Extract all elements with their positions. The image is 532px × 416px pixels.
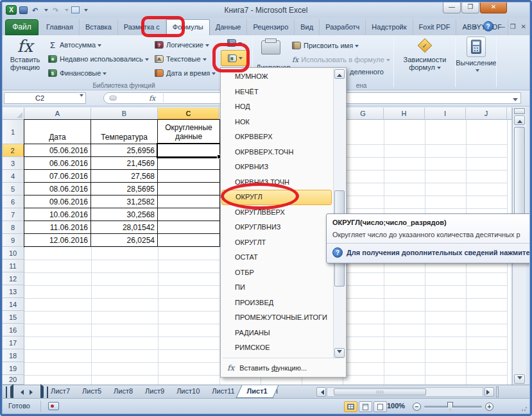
next-sheet-button[interactable] xyxy=(28,387,37,397)
name-manager-icon[interactable] xyxy=(261,40,280,54)
zoom-out-button[interactable]: − xyxy=(413,403,421,411)
workbook-minimize-icon[interactable]: — xyxy=(499,23,505,30)
table-cell-r8c0[interactable]: 11.06.2016 xyxy=(24,221,91,234)
sheet-tab-6[interactable]: Лист1 xyxy=(239,385,276,398)
name-box[interactable]: C2 xyxy=(4,92,86,104)
ribbon-tab-6[interactable]: Вид xyxy=(295,19,320,35)
function-item-10[interactable]: ОКРУГЛВНИЗ xyxy=(221,220,332,235)
row-header-20[interactable]: 20 xyxy=(2,375,24,385)
table-cell-r7c1[interactable]: 30,2568 xyxy=(91,208,158,221)
ribbon-button-rcol2-0[interactable]: ?Логические xyxy=(155,38,216,52)
table-cell-r8c1[interactable]: 28,01542 xyxy=(91,221,158,234)
excel-logo-icon[interactable]: X xyxy=(6,5,17,15)
file-tab[interactable]: Файл xyxy=(5,19,39,35)
horizontal-scrollbar[interactable] xyxy=(327,387,483,397)
table-cell-r5c2[interactable] xyxy=(158,183,220,196)
row-header-13[interactable]: 13 xyxy=(2,285,24,298)
close-button[interactable]: ✕ xyxy=(480,2,507,13)
dropdown-scroll-up-button[interactable] xyxy=(334,69,345,79)
undo-caret-icon[interactable] xyxy=(44,9,48,13)
column-header-H[interactable]: H xyxy=(384,108,425,120)
ribbon-button-rcol1-1[interactable]: ★Недавно использовались xyxy=(48,52,149,66)
zoom-in-button[interactable]: + xyxy=(485,403,493,411)
table-cell-r6c1[interactable]: 31,2582 xyxy=(91,196,158,208)
function-item-13[interactable]: ОТБР xyxy=(221,265,332,281)
table-cell-r9c2[interactable] xyxy=(158,234,220,247)
help-icon[interactable]: ? xyxy=(483,21,493,31)
minimize-button[interactable]: — xyxy=(443,2,461,13)
zoom-level-label[interactable]: 100% xyxy=(387,402,405,410)
row-header-14[interactable]: 14 xyxy=(2,298,24,311)
column-header-G[interactable]: G xyxy=(343,108,384,120)
dropdown-scroll-down-button[interactable] xyxy=(334,348,345,358)
selected-cell-C2[interactable] xyxy=(157,143,221,158)
table-cell-r4c0[interactable]: 07.06.2016 xyxy=(24,170,91,183)
table-cell-r9c1[interactable]: 26,0254 xyxy=(91,234,158,247)
ribbon-button-rcol1-2[interactable]: $Финансовые xyxy=(48,66,149,80)
function-item-18[interactable]: РИМСКОЕ xyxy=(221,340,332,356)
table-cell-r2c0[interactable]: 05.06.2016 xyxy=(24,144,91,157)
tab-split-handle[interactable] xyxy=(496,387,499,397)
ribbon-button-rcol2-2[interactable]: Дата и время xyxy=(155,66,216,80)
row-header-8[interactable]: 8 xyxy=(2,221,24,234)
select-all-corner[interactable] xyxy=(2,108,24,120)
row-header-1[interactable]: 1 xyxy=(2,120,24,144)
table-cell-r4c1[interactable]: 27,568 xyxy=(91,170,158,183)
ribbon-button-rcol1-0[interactable]: ΣАвтосумма xyxy=(48,38,149,52)
restore-button[interactable]: ❒ xyxy=(461,2,479,13)
create-from-selection-label[interactable]: деленного xyxy=(350,68,384,76)
row-header-6[interactable]: 6 xyxy=(2,196,24,208)
ribbon-tab-8[interactable]: Надстройк xyxy=(366,19,413,35)
table-cell-r8c2[interactable] xyxy=(158,221,220,234)
zoom-slider-thumb[interactable] xyxy=(447,402,453,410)
sheet-tab-3[interactable]: Лист9 xyxy=(137,385,173,398)
function-item-3[interactable]: НОК xyxy=(221,115,332,130)
save-icon[interactable] xyxy=(19,6,28,14)
normal-view-button[interactable] xyxy=(344,401,357,412)
table-cell-r9c0[interactable]: 12.06.2016 xyxy=(24,234,91,247)
table-cell-r6c2[interactable] xyxy=(158,196,220,208)
name-box-caret-icon[interactable] xyxy=(80,94,83,99)
function-item-15[interactable]: ПРОИЗВЕД xyxy=(221,295,332,311)
ribbon-tab-7[interactable]: Разработч xyxy=(320,19,366,35)
ribbon-tab-0[interactable]: Главная xyxy=(40,19,80,35)
column-header-I[interactable]: I xyxy=(425,108,466,120)
table-cell-r6c0[interactable]: 09.06.2016 xyxy=(24,196,91,208)
table-cell-r4c2[interactable] xyxy=(158,170,220,183)
table-cell-r5c1[interactable]: 28,5695 xyxy=(91,183,158,196)
collapse-ribbon-icon[interactable]: ∧ xyxy=(473,23,477,30)
row-header-11[interactable]: 11 xyxy=(2,260,24,272)
function-item-4[interactable]: ОКРВВЕРХ xyxy=(221,129,332,145)
column-header-A[interactable]: A xyxy=(24,108,91,120)
page-layout-view-button[interactable] xyxy=(359,401,372,412)
row-header-9[interactable]: 9 xyxy=(2,234,24,247)
scroll-up-button[interactable] xyxy=(514,115,525,125)
hscroll-left-button[interactable] xyxy=(316,387,326,397)
table-cell-r7c0[interactable]: 10.06.2016 xyxy=(24,208,91,221)
split-handle[interactable] xyxy=(514,108,525,114)
function-item-11[interactable]: ОКРУГЛТ xyxy=(221,235,332,251)
insert-function-fx-icon[interactable]: fx xyxy=(149,94,155,103)
function-item-6[interactable]: ОКРВНИЗ xyxy=(221,160,332,175)
calculation-button[interactable]: Вычисление xyxy=(458,37,495,88)
row-header-16[interactable]: 16 xyxy=(2,324,24,337)
function-item-16[interactable]: ПРОМЕЖУТОЧНЫЕ.ИТОГИ xyxy=(221,310,332,326)
ribbon-tab-5[interactable]: Рецензиро xyxy=(247,19,295,35)
scroll-down-button[interactable] xyxy=(514,374,525,384)
resize-grip[interactable] xyxy=(521,405,528,412)
sheet-tab-0[interactable]: Лист7 xyxy=(42,385,78,398)
row-header-2[interactable]: 2 xyxy=(2,144,24,157)
ribbon-button-rcol2-1[interactable]: AТекстовые xyxy=(155,52,216,66)
table-cell-r7c2[interactable] xyxy=(158,208,220,221)
undo-icon[interactable]: ↶ xyxy=(30,6,40,15)
insert-function-button[interactable]: fx Вставить функцию xyxy=(6,37,44,88)
row-header-19[interactable]: 19 xyxy=(2,362,24,375)
macro-record-icon[interactable] xyxy=(48,402,59,410)
help-icon[interactable]: ? xyxy=(332,247,343,258)
sheet-tab-4[interactable]: Лист10 xyxy=(168,385,208,398)
hscroll-right-button[interactable] xyxy=(485,387,494,397)
function-item-12[interactable]: ОСТАТ xyxy=(221,250,332,265)
sheet-tab-1[interactable]: Лист5 xyxy=(74,385,110,398)
row-header-15[interactable]: 15 xyxy=(2,311,24,324)
function-item-14[interactable]: ПИ xyxy=(221,280,332,295)
